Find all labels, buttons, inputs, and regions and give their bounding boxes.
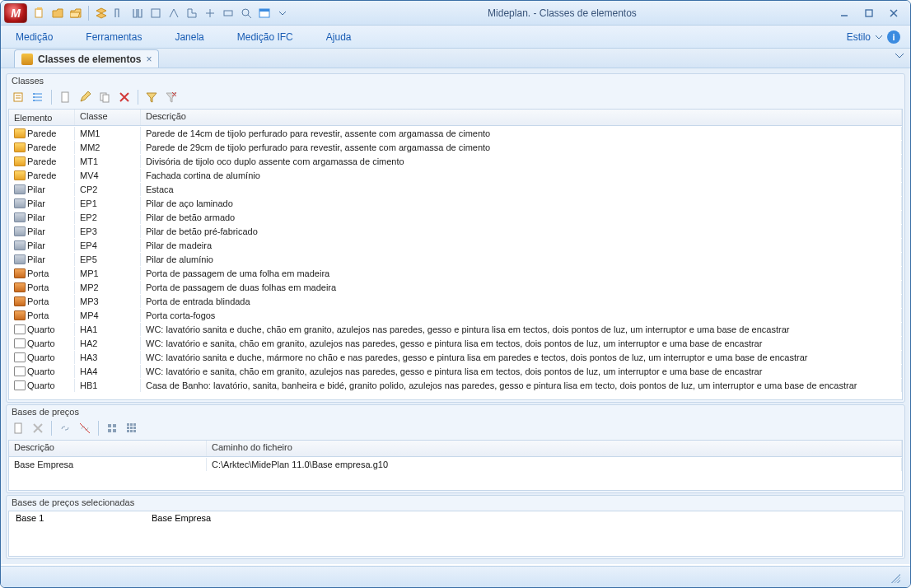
- qat-new-icon[interactable]: [32, 6, 47, 21]
- qat-dropdown-icon[interactable]: [275, 6, 290, 21]
- menu-medicao-ifc[interactable]: Medição IFC: [232, 28, 298, 46]
- qat-zoom-icon[interactable]: [239, 6, 254, 21]
- svg-rect-24: [130, 427, 133, 429]
- tab-classes-de-elementos[interactable]: Classes de elementos ×: [14, 49, 159, 68]
- cell-classe: MP3: [75, 295, 141, 308]
- col-classe[interactable]: Classe: [75, 110, 141, 125]
- table-row[interactable]: PilarEP1Pilar de aço laminado: [9, 196, 902, 210]
- table-row[interactable]: PilarEP3Pilar de betão pré-fabricado: [9, 224, 902, 238]
- tb-filter-clear-icon[interactable]: [163, 89, 180, 105]
- col-bases-caminho[interactable]: Caminho do ficheiro: [207, 441, 902, 456]
- classes-grid-body[interactable]: ParedeMM1Parede de 14cm de tijolo perfur…: [9, 126, 902, 399]
- qat-layers-icon[interactable]: [94, 6, 109, 21]
- cell-elemento: Pilar: [27, 198, 45, 208]
- classes-grid[interactable]: Elemento Classe Descrição ParedeMM1Pared…: [8, 109, 903, 400]
- bases-grid-body[interactable]: Base EmpresaC:\Arktec\MidePlan 11.0\Base…: [9, 457, 902, 490]
- cell-elemento: Pilar: [27, 226, 45, 236]
- qat-open-icon[interactable]: [50, 6, 65, 21]
- classes-panel-title: Classes: [7, 74, 904, 87]
- qat-tool3-icon[interactable]: [148, 6, 163, 21]
- bases-panel-title: Bases de preços: [7, 405, 904, 418]
- tb-new-icon[interactable]: [57, 89, 73, 105]
- table-row[interactable]: QuartoHB1Casa de Banho: lavatório, sanit…: [9, 378, 902, 392]
- cell-classe: MM2: [75, 141, 141, 154]
- tb-bases-delete-icon[interactable]: [30, 420, 46, 436]
- qat-tool7-icon[interactable]: [221, 6, 236, 21]
- selected-list[interactable]: Base 1Base Empresa: [8, 511, 903, 557]
- tab-label: Classes de elementos: [38, 54, 141, 65]
- col-elemento[interactable]: Elemento: [9, 110, 75, 125]
- tb-filter-icon[interactable]: [143, 89, 160, 105]
- cell-descricao: Pilar de betão pré-fabricado: [141, 225, 902, 238]
- menu-ajuda[interactable]: Ajuda: [321, 28, 357, 46]
- bases-toolbar: [7, 418, 904, 438]
- col-descricao[interactable]: Descrição: [141, 110, 902, 125]
- table-row[interactable]: PortaMP2Porta de passagem de duas folhas…: [9, 280, 902, 294]
- tb-bases-grid2-icon[interactable]: [124, 420, 140, 436]
- table-row[interactable]: ParedeMT1Divisória de tijolo oco duplo a…: [9, 154, 902, 168]
- cell-classe: MP4: [75, 309, 141, 322]
- bases-grid-header: Descrição Caminho do ficheiro: [9, 441, 902, 457]
- tb-delete-icon[interactable]: [116, 89, 133, 105]
- table-row[interactable]: QuartoHA4WC: lavatório e sanita, chão em…: [9, 364, 902, 378]
- table-row[interactable]: PilarCP2Estaca: [9, 182, 902, 196]
- table-row[interactable]: QuartoHA2WC: lavatório e sanita, chão em…: [9, 336, 902, 350]
- bases-grid[interactable]: Descrição Caminho do ficheiro Base Empre…: [8, 440, 903, 491]
- tb-bases-unlink-icon[interactable]: [77, 420, 93, 436]
- list-item[interactable]: Base 1Base Empresa: [9, 511, 902, 525]
- tb-edit-icon[interactable]: [77, 89, 93, 105]
- qat-open-folder-icon[interactable]: [68, 6, 83, 21]
- qat-tool5-icon[interactable]: [185, 6, 199, 21]
- cell-elemento: Quarto: [27, 380, 55, 390]
- table-row[interactable]: PortaMP3Porta de entrada blindada: [9, 294, 902, 308]
- info-icon[interactable]: i: [887, 30, 900, 44]
- close-button[interactable]: [884, 6, 904, 21]
- tb-copy-icon[interactable]: [96, 89, 113, 105]
- tb-list-icon[interactable]: [30, 89, 46, 105]
- tb-properties-icon[interactable]: [10, 89, 26, 105]
- content-area: Classes Elemento Classe Descrição Parede…: [1, 68, 910, 564]
- table-row[interactable]: ParedeMM1Parede de 14cm de tijolo perfur…: [9, 126, 902, 140]
- table-row[interactable]: Base EmpresaC:\Arktec\MidePlan 11.0\Base…: [9, 457, 902, 471]
- qat-tool6-icon[interactable]: [203, 6, 217, 21]
- tb-bases-new-icon[interactable]: [10, 420, 26, 436]
- table-row[interactable]: ParedeMV4Fachada cortina de alumínio: [9, 168, 902, 182]
- table-row[interactable]: ParedeMM2Parede de 29cm de tijolo perfur…: [9, 140, 902, 154]
- minimize-button[interactable]: [834, 6, 854, 21]
- cell-elemento: Parede: [27, 156, 56, 166]
- tab-close-icon[interactable]: ×: [146, 54, 152, 65]
- cell-descricao: Pilar de alumínio: [141, 253, 902, 266]
- room-icon: [14, 366, 26, 376]
- tb-bases-link-icon[interactable]: [57, 420, 73, 436]
- maximize-button[interactable]: [859, 6, 879, 21]
- cell-classe: CP2: [75, 183, 141, 196]
- table-row[interactable]: PilarEP2Pilar de betão armado: [9, 210, 902, 224]
- folder-icon: [14, 170, 26, 180]
- col-bases-descricao[interactable]: Descrição: [9, 441, 207, 456]
- room-icon: [14, 324, 26, 334]
- table-row[interactable]: PilarEP4Pilar de madeira: [9, 238, 902, 252]
- qat-tool1-icon[interactable]: [112, 6, 127, 21]
- cell-elemento: Porta: [27, 268, 49, 278]
- style-dropdown[interactable]: Estilo i: [847, 30, 900, 44]
- qat-window-icon[interactable]: [257, 6, 272, 21]
- cell-descricao: WC: lavatório e sanita, chão em granito,…: [141, 337, 902, 350]
- resize-grip-icon[interactable]: [889, 572, 900, 583]
- menu-janela[interactable]: Janela: [170, 28, 208, 46]
- table-row[interactable]: PortaMP4Porta corta-fogos: [9, 308, 902, 322]
- tabs-overflow-icon[interactable]: [895, 52, 904, 60]
- table-row[interactable]: QuartoHA1WC: lavatório sanita e duche, c…: [9, 322, 902, 336]
- qat-tool4-icon[interactable]: [166, 6, 181, 21]
- table-row[interactable]: PilarEP5Pilar de alumínio: [9, 252, 902, 266]
- cell-descricao: Porta de passagem de duas folhas em made…: [141, 281, 902, 294]
- table-row[interactable]: PortaMP1Porta de passagem de uma folha e…: [9, 266, 902, 280]
- svg-rect-19: [113, 429, 116, 432]
- cell-classe: HA3: [75, 351, 141, 364]
- tb-bases-grid1-icon[interactable]: [104, 420, 120, 436]
- app-orb-icon[interactable]: M: [4, 3, 27, 23]
- menu-ferramentas[interactable]: Ferramentas: [81, 28, 147, 46]
- menu-medicao[interactable]: Medição: [11, 28, 58, 46]
- table-row[interactable]: QuartoHA3WC: lavatório sanita e duche, m…: [9, 350, 902, 364]
- qat-tool2-icon[interactable]: [130, 6, 145, 21]
- svg-rect-16: [108, 424, 111, 427]
